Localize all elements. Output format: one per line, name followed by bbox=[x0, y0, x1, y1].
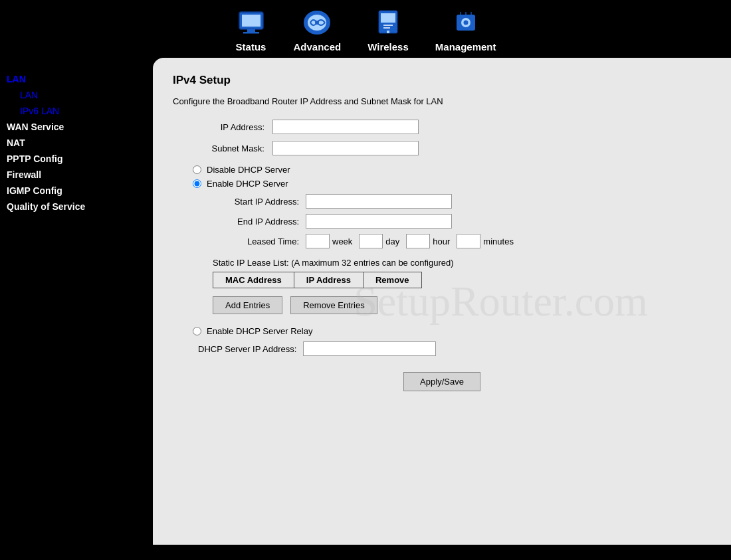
leased-day-input[interactable] bbox=[359, 234, 383, 248]
remove-entries-button[interactable]: Remove Entries bbox=[290, 296, 377, 314]
static-ip-note: Static IP Lease List: (A maximum 32 entr… bbox=[213, 258, 711, 268]
table-header-mac: MAC Address bbox=[213, 272, 294, 288]
sidebar-item-lan-sub[interactable]: LAN bbox=[7, 87, 153, 103]
start-ip-label: Start IP Address: bbox=[213, 197, 306, 207]
svg-point-6 bbox=[315, 21, 319, 25]
sidebar-item-lan[interactable]: LAN bbox=[7, 71, 153, 87]
end-ip-input[interactable] bbox=[306, 214, 452, 229]
dhcp-server-ip-input[interactable] bbox=[303, 341, 436, 356]
subnet-mask-input[interactable] bbox=[272, 141, 419, 155]
end-ip-row: End IP Address: bbox=[213, 214, 711, 229]
relay-section: Enable DHCP Server Relay DHCP Server IP … bbox=[193, 326, 711, 356]
nav-wireless[interactable]: Wireless bbox=[367, 7, 409, 52]
end-ip-label: End IP Address: bbox=[213, 217, 306, 227]
dhcp-fields: Start IP Address: End IP Address: Leased… bbox=[213, 194, 711, 248]
start-ip-row: Start IP Address: bbox=[213, 194, 711, 209]
enable-dhcp-label: Enable DHCP Server bbox=[207, 179, 288, 189]
dhcp-server-ip-row: DHCP Server IP Address: bbox=[193, 341, 711, 356]
table-header-ip: IP Address bbox=[294, 272, 363, 288]
disable-dhcp-row: Disable DHCP Server bbox=[193, 165, 711, 175]
disable-dhcp-radio[interactable] bbox=[193, 165, 201, 174]
description: Configure the Broadband Router IP Addres… bbox=[173, 96, 711, 106]
status-label: Status bbox=[236, 41, 266, 52]
apply-save-button[interactable]: Apply/Save bbox=[403, 372, 480, 391]
advanced-label: Advanced bbox=[294, 41, 342, 52]
svg-rect-2 bbox=[247, 29, 255, 32]
top-navigation: Status Advanced bbox=[0, 0, 731, 58]
ip-address-label: IP Address: bbox=[173, 122, 272, 132]
leased-hour-input[interactable] bbox=[406, 234, 430, 248]
lease-table: MAC Address IP Address Remove bbox=[213, 272, 422, 288]
enable-relay-row: Enable DHCP Server Relay bbox=[193, 326, 711, 336]
subnet-mask-row: Subnet Mask: bbox=[173, 141, 711, 155]
sidebar-item-nat[interactable]: NAT bbox=[7, 135, 153, 151]
disable-dhcp-label: Disable DHCP Server bbox=[207, 165, 290, 175]
add-entries-button[interactable]: Add Entries bbox=[213, 296, 282, 314]
sidebar-item-quality-of-service[interactable]: Quality of Service bbox=[7, 199, 153, 215]
subnet-mask-label: Subnet Mask: bbox=[173, 143, 272, 153]
main-layout: LAN LAN IPv6 LAN WAN Service NAT PPTP Co… bbox=[0, 58, 731, 545]
week-label: week bbox=[332, 236, 352, 246]
page-title: IPv4 Setup bbox=[173, 74, 711, 87]
hour-label: hour bbox=[433, 236, 450, 246]
sidebar-item-pptp-config[interactable]: PPTP Config bbox=[7, 151, 153, 167]
entries-buttons: Add Entries Remove Entries bbox=[213, 296, 711, 314]
content-area: SetupRouter.com IPv4 Setup Configure the… bbox=[153, 58, 731, 545]
sidebar-item-igmp-config[interactable]: IGMP Config bbox=[7, 183, 153, 199]
minutes-label: minutes bbox=[483, 236, 514, 246]
leased-time-row: Leased Time: week day hour minutes bbox=[213, 234, 711, 248]
ip-address-row: IP Address: bbox=[173, 120, 711, 134]
apply-section: Apply/Save bbox=[173, 372, 711, 391]
table-header-remove: Remove bbox=[363, 272, 421, 288]
nav-items: Status Advanced bbox=[235, 7, 496, 52]
nav-advanced[interactable]: Advanced bbox=[294, 7, 342, 52]
enable-relay-label: Enable DHCP Server Relay bbox=[207, 326, 312, 336]
sidebar-item-wan-service[interactable]: WAN Service bbox=[7, 119, 153, 135]
sidebar-item-ipv6lan[interactable]: IPv6 LAN bbox=[7, 103, 153, 119]
nav-management[interactable]: Management bbox=[435, 7, 496, 52]
wireless-label: Wireless bbox=[367, 41, 409, 52]
status-icon bbox=[235, 7, 267, 39]
enable-relay-radio[interactable] bbox=[193, 327, 201, 335]
svg-rect-3 bbox=[243, 32, 259, 34]
static-ip-section: Static IP Lease List: (A maximum 32 entr… bbox=[213, 258, 711, 288]
advanced-icon bbox=[301, 7, 333, 39]
svg-point-14 bbox=[463, 21, 468, 25]
enable-dhcp-row: Enable DHCP Server bbox=[193, 179, 711, 189]
day-label: day bbox=[385, 236, 399, 246]
management-label: Management bbox=[435, 41, 496, 52]
leased-week-input[interactable] bbox=[306, 234, 330, 248]
nav-status[interactable]: Status bbox=[235, 7, 267, 52]
start-ip-input[interactable] bbox=[306, 194, 452, 209]
enable-dhcp-radio[interactable] bbox=[193, 179, 201, 188]
svg-rect-8 bbox=[381, 13, 395, 23]
dhcp-server-ip-label: DHCP Server IP Address: bbox=[198, 344, 296, 354]
dhcp-radio-group: Disable DHCP Server Enable DHCP Server bbox=[193, 165, 711, 189]
svg-rect-1 bbox=[242, 15, 261, 27]
sidebar: LAN LAN IPv6 LAN WAN Service NAT PPTP Co… bbox=[0, 58, 153, 545]
svg-rect-11 bbox=[387, 31, 389, 33]
sidebar-item-firewall[interactable]: Firewall bbox=[7, 167, 153, 183]
management-icon bbox=[450, 7, 482, 39]
wireless-icon bbox=[372, 7, 404, 39]
ip-address-input[interactable] bbox=[272, 120, 419, 134]
leased-time-label: Leased Time: bbox=[213, 236, 306, 246]
leased-minutes-input[interactable] bbox=[457, 234, 480, 248]
